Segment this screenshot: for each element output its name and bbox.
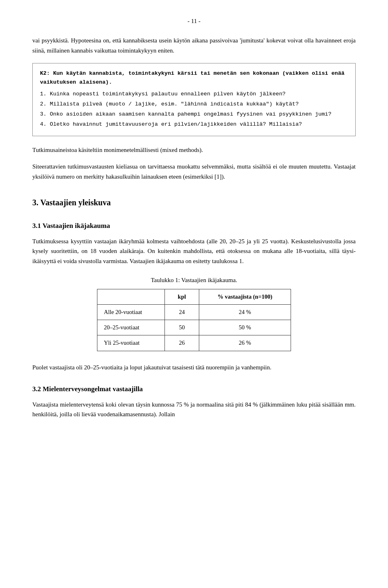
row-pct-3: 26 % [199, 335, 291, 351]
row-kpl-3: 26 [164, 335, 199, 351]
code-title: K2: Kun käytän kannabista, toimintakykyn… [40, 69, 348, 88]
section3-heading: 3. Vastaajien yleiskuva [32, 196, 356, 209]
col-header-kpl: kpl [164, 289, 199, 304]
intro-paragraph: vai psyykkistä. Hypoteesina on, että kan… [32, 36, 356, 56]
table-caption: Taulukko 1: Vastaajien ikäjakauma. [32, 275, 356, 285]
paragraph-mental-health: Vastaajista mielenterveytensä koki oleva… [32, 400, 356, 420]
table-row: Yli 25-vuotiaat 26 26 % [97, 335, 291, 351]
paragraph-mixed-methods: Tutkimusaineistoa käsiteltiin monimenete… [32, 145, 356, 155]
code-block: K2: Kun käytän kannabista, toimintakykyn… [32, 63, 356, 137]
code-item-1: 1. Kuinka nopeasti toimintakykysi palaut… [40, 90, 348, 99]
row-pct-2: 50 % [199, 320, 291, 335]
page-number: - 11 - [32, 16, 356, 26]
paragraph-age-summary: Puolet vastaajista oli 20–25-vuotiaita j… [32, 362, 356, 373]
code-item-4: 4. Oletko havainnut jumittavuuseroja eri… [40, 120, 348, 129]
paragraph-age-intro: Tutkimuksessa kysyttiin vastaajan ikäryh… [32, 236, 356, 266]
table-row: Alle 20-vuotiaat 24 24 % [97, 305, 291, 320]
code-item-2: 2. Millaista pilveä (muoto / lajike, esi… [40, 100, 348, 109]
paragraph-citations: Siteerattavien tutkimusvastausten kielia… [32, 162, 356, 182]
age-distribution-table: kpl % vastaajista (n=100) Alle 20-vuotia… [97, 289, 291, 351]
row-label-1: Alle 20-vuotiaat [97, 305, 165, 320]
col-header-percent: % vastaajista (n=100) [199, 289, 291, 304]
section32-heading: 3.2 Mielenterveysongelmat vastaajilla [32, 384, 356, 394]
table-row: 20–25-vuotiaat 50 50 % [97, 320, 291, 335]
code-item-3: 3. Onko asioiden aikaan saamisen kannalt… [40, 110, 348, 119]
table-wrapper: Taulukko 1: Vastaajien ikäjakauma. kpl %… [32, 275, 356, 351]
row-kpl-1: 24 [164, 305, 199, 320]
row-kpl-2: 50 [164, 320, 199, 335]
row-label-2: 20–25-vuotiaat [97, 320, 165, 335]
row-pct-1: 24 % [199, 305, 291, 320]
section31-heading: 3.1 Vastaajien ikäjakauma [32, 220, 356, 231]
col-header-label [97, 289, 165, 304]
row-label-3: Yli 25-vuotiaat [97, 335, 165, 351]
